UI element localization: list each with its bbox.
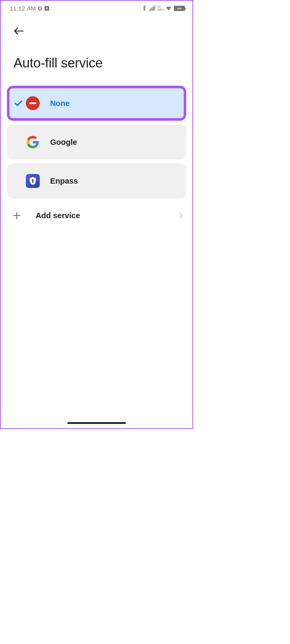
g-indicator-icon: G [38, 5, 43, 12]
add-service-label: Add service [36, 211, 177, 220]
header: Auto-fill service [1, 15, 193, 70]
option-label: Enpass [50, 176, 78, 185]
signal-icon [148, 5, 155, 12]
svg-rect-4 [154, 5, 155, 11]
option-google[interactable]: Google [7, 125, 186, 160]
status-bar: 11:12 AM G VoWiFi 100 [1, 1, 193, 15]
option-enpass[interactable]: Enpass [7, 164, 186, 199]
option-none[interactable]: None [7, 86, 186, 121]
home-indicator[interactable] [67, 422, 126, 424]
upload-icon [45, 6, 49, 11]
check-icon [12, 100, 24, 107]
none-icon [26, 96, 40, 110]
battery-level: 100 [177, 7, 182, 10]
battery-icon: 100 [174, 6, 185, 11]
svg-rect-2 [151, 7, 152, 11]
status-right: VoWiFi 100 [142, 5, 185, 12]
page-title: Auto-fill service [14, 55, 180, 70]
svg-rect-0 [148, 10, 149, 11]
svg-rect-6 [32, 181, 33, 183]
vowifi-icon: VoWiFi [157, 6, 163, 11]
back-button[interactable] [14, 26, 24, 36]
option-label: Google [50, 138, 77, 146]
add-service-row[interactable]: Add service [1, 200, 193, 223]
status-time: 11:12 AM [10, 5, 36, 12]
enpass-icon [26, 174, 40, 188]
bluetooth-icon [142, 5, 146, 12]
svg-rect-3 [153, 6, 154, 11]
back-arrow-icon [14, 28, 24, 35]
wifi-icon [165, 6, 172, 11]
google-icon [26, 135, 40, 149]
svg-rect-1 [150, 9, 151, 11]
plus-icon [12, 211, 21, 220]
status-left: 11:12 AM G [10, 5, 49, 12]
options-list: None Google Enpass [1, 70, 193, 198]
option-label: None [50, 99, 70, 108]
chevron-right-icon [177, 212, 185, 219]
